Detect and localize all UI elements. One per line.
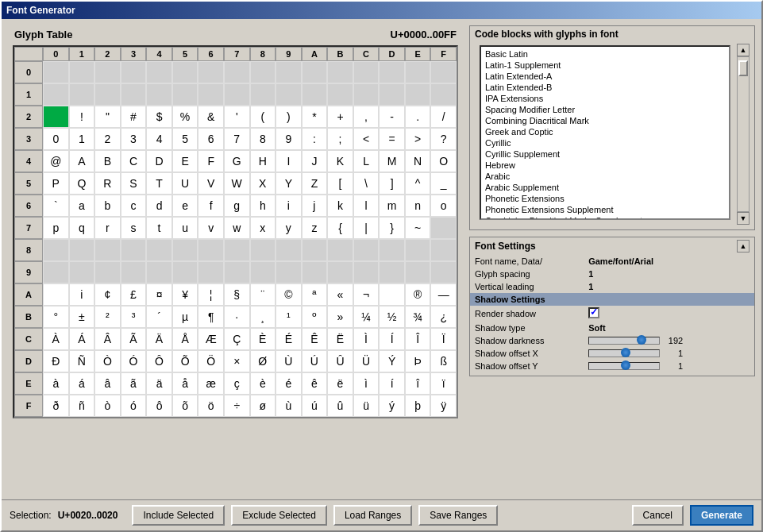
glyph-cell[interactable]: v [198, 217, 224, 239]
glyph-cell[interactable]: = [379, 128, 405, 150]
glyph-cell[interactable] [353, 61, 380, 83]
glyph-cell[interactable]: Ò [94, 350, 121, 372]
glyph-cell[interactable]: . [405, 106, 431, 128]
glyph-cell[interactable]: á [69, 372, 95, 395]
glyph-cell[interactable]: # [121, 106, 147, 128]
glyph-cell[interactable]: 2 [94, 128, 121, 150]
glyph-cell[interactable] [379, 83, 405, 106]
code-block-item[interactable]: Spacing Modifier Letter [483, 104, 727, 115]
glyph-cell[interactable]: Ë [327, 328, 353, 350]
glyph-cell[interactable]: D [146, 150, 172, 172]
glyph-cell[interactable] [250, 83, 276, 106]
code-block-item[interactable]: Latin Extended-B [483, 82, 727, 93]
glyph-cell[interactable]: T [146, 172, 172, 195]
glyph-cell[interactable]: Ô [146, 350, 172, 372]
glyph-cell[interactable]: ² [94, 306, 121, 328]
glyph-cell[interactable] [327, 239, 353, 261]
glyph-cell[interactable]: ã [121, 372, 147, 395]
glyph-cell[interactable]: < [353, 128, 380, 150]
glyph-cell[interactable]: i [276, 195, 302, 217]
glyph-cell[interactable]: Ý [379, 350, 405, 372]
glyph-cell[interactable]: Z [302, 172, 328, 195]
glyph-cell[interactable]: \ [353, 172, 380, 195]
glyph-cell[interactable]: C [121, 150, 147, 172]
glyph-cell[interactable]: ò [94, 395, 121, 417]
glyph-cell[interactable]: ø [250, 395, 276, 417]
glyph-cell[interactable]: Ø [250, 350, 276, 372]
glyph-cell[interactable]: ¨ [250, 283, 276, 306]
glyph-cell[interactable]: ü [353, 395, 380, 417]
glyph-cell[interactable]: H [250, 150, 276, 172]
glyph-cell[interactable]: V [198, 172, 224, 195]
glyph-cell[interactable] [43, 239, 69, 261]
glyph-cell[interactable]: U [172, 172, 198, 195]
code-block-item[interactable]: IPA Extensions [483, 93, 727, 104]
glyph-cell[interactable] [172, 83, 198, 106]
glyph-cell[interactable]: | [353, 217, 380, 239]
glyph-cell[interactable]: 7 [224, 128, 250, 150]
glyph-cell[interactable] [172, 61, 198, 83]
glyph-cell[interactable] [353, 83, 380, 106]
glyph-cell[interactable]: 8 [250, 128, 276, 150]
glyph-cell[interactable] [302, 83, 328, 106]
glyph-cell[interactable]: À [43, 328, 69, 350]
glyph-cell[interactable]: ð [43, 395, 69, 417]
glyph-cell[interactable] [121, 61, 147, 83]
glyph-cell[interactable] [146, 261, 172, 283]
glyph-cell[interactable]: e [172, 195, 198, 217]
include-selected-button[interactable]: Include Selected [132, 505, 225, 526]
glyph-cell[interactable]: ù [276, 395, 302, 417]
glyph-cell[interactable]: ` [43, 195, 69, 217]
glyph-cell[interactable]: k [327, 195, 353, 217]
glyph-cell[interactable]: + [327, 106, 353, 128]
glyph-cell[interactable]: æ [198, 372, 224, 395]
glyph-cell[interactable] [94, 83, 121, 106]
glyph-cell[interactable]: S [121, 172, 147, 195]
glyph-cell[interactable]: ³ [121, 306, 147, 328]
glyph-cell[interactable]: ¸ [250, 306, 276, 328]
glyph-cell[interactable]: m [379, 195, 405, 217]
glyph-cell[interactable]: 9 [276, 128, 302, 150]
glyph-cell[interactable]: ) [276, 106, 302, 128]
glyph-cell[interactable] [146, 61, 172, 83]
generate-button[interactable]: Generate [690, 505, 753, 526]
glyph-cell[interactable]: - [379, 106, 405, 128]
glyph-cell[interactable]: K [327, 150, 353, 172]
glyph-cell[interactable]: â [94, 372, 121, 395]
scroll-up-button[interactable]: ▲ [737, 44, 750, 56]
glyph-cell[interactable]: ë [327, 372, 353, 395]
glyph-cell[interactable] [69, 83, 95, 106]
glyph-cell[interactable]: È [250, 328, 276, 350]
glyph-cell[interactable]: ä [146, 372, 172, 395]
glyph-cell[interactable]: Í [379, 328, 405, 350]
glyph-cell[interactable] [121, 261, 147, 283]
glyph-cell[interactable] [430, 239, 457, 261]
glyph-cell[interactable]: y [276, 217, 302, 239]
glyph-cell[interactable]: 1 [69, 128, 95, 150]
font-settings-scroll-up[interactable]: ▲ [737, 240, 750, 253]
glyph-cell[interactable] [250, 61, 276, 83]
glyph-cell[interactable]: d [146, 195, 172, 217]
glyph-cell[interactable]: ì [353, 372, 380, 395]
glyph-cell[interactable] [302, 261, 328, 283]
glyph-cell[interactable]: ¾ [405, 306, 431, 328]
glyph-cell[interactable]: 4 [146, 128, 172, 150]
cancel-button[interactable]: Cancel [632, 505, 684, 526]
glyph-cell[interactable]: § [224, 283, 250, 306]
glyph-cell[interactable] [198, 239, 224, 261]
glyph-cell[interactable]: & [198, 106, 224, 128]
glyph-cell[interactable] [43, 83, 69, 106]
glyph-cell[interactable] [379, 261, 405, 283]
glyph-cell[interactable]: é [276, 372, 302, 395]
glyph-cell[interactable]: Ç [224, 328, 250, 350]
glyph-cell[interactable]: ñ [69, 395, 95, 417]
glyph-cell[interactable]: « [327, 283, 353, 306]
glyph-cell[interactable]: c [121, 195, 147, 217]
shadow-offset-x-slider[interactable] [588, 349, 660, 357]
glyph-cell[interactable]: ï [430, 372, 457, 395]
glyph-cell[interactable]: Ü [353, 350, 380, 372]
glyph-cell[interactable]: Ä [146, 328, 172, 350]
glyph-cell[interactable]: ] [379, 172, 405, 195]
glyph-cell[interactable]: M [379, 150, 405, 172]
glyph-cell[interactable]: Ê [302, 328, 328, 350]
